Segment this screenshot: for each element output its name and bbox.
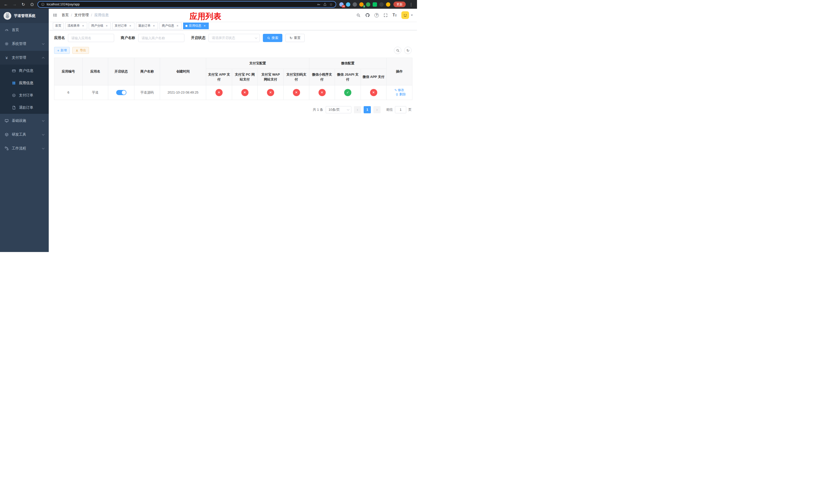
forward-icon: → bbox=[13, 2, 17, 7]
tag-refund-order[interactable]: 退款订单 × bbox=[136, 23, 158, 29]
config-status-icon: ✕ bbox=[293, 89, 300, 96]
sidebar-item-dev-tools[interactable]: 研发工具 bbox=[0, 128, 49, 141]
extension-icon[interactable] bbox=[366, 2, 370, 7]
sidebar-item-app-info[interactable]: 应用信息 bbox=[0, 77, 49, 89]
sidebar-item-payment[interactable]: ¥ 支付管理 bbox=[0, 51, 49, 65]
breadcrumb-current: 应用信息 bbox=[94, 13, 109, 18]
next-icon: › bbox=[376, 108, 377, 112]
page-size-select[interactable]: 10条/页 bbox=[326, 106, 351, 113]
sidebar-collapse-button[interactable] bbox=[53, 13, 58, 18]
fullscreen-icon bbox=[383, 13, 388, 18]
sidebar-item-merchant-info[interactable]: 商户信息 bbox=[0, 65, 49, 77]
pagination: 共 1 条 10条/页 ‹ 1 › 前往 页 bbox=[54, 106, 412, 113]
pagination-total: 共 1 条 bbox=[313, 108, 323, 112]
fullscreen-button[interactable] bbox=[383, 13, 388, 18]
breadcrumb-payment[interactable]: 支付管理 bbox=[74, 13, 89, 18]
bookmark-star-icon[interactable]: ☆ bbox=[329, 3, 333, 6]
refresh-button[interactable]: ↻ bbox=[404, 47, 412, 54]
site-info-icon[interactable] bbox=[41, 3, 45, 6]
address-bar[interactable]: localhost:1024/pay/app ☆ bbox=[38, 1, 336, 8]
header-search-button[interactable] bbox=[356, 13, 360, 18]
home-button[interactable] bbox=[29, 1, 36, 8]
caret-down-icon bbox=[411, 15, 413, 16]
search-button[interactable]: 搜索 bbox=[263, 34, 282, 42]
sidebar-item-refund-order[interactable]: 退款订单 bbox=[0, 101, 49, 114]
app-title: 芋道管理系统 bbox=[14, 14, 36, 18]
delete-link[interactable]: 删除 bbox=[395, 92, 406, 97]
toggle-search-button[interactable] bbox=[394, 47, 401, 54]
sidebar-item-workflow[interactable]: 工作流程 bbox=[0, 141, 49, 155]
chevron-up-icon bbox=[42, 57, 45, 60]
close-icon[interactable]: × bbox=[152, 24, 156, 28]
grid-icon bbox=[12, 81, 16, 85]
edit-icon: ✎ bbox=[394, 89, 397, 92]
goto-page-input[interactable] bbox=[395, 106, 406, 113]
avatar bbox=[401, 11, 409, 19]
config-status-icon: ✕ bbox=[241, 89, 248, 96]
extension-icon[interactable] bbox=[373, 2, 377, 7]
sidebar-item-infrastructure[interactable]: 基础设施 bbox=[0, 114, 49, 128]
merchant-name-label: 商户名称 bbox=[121, 36, 135, 40]
chevron-down-icon bbox=[255, 37, 258, 39]
chrome-menu-button[interactable]: ⋮ bbox=[408, 1, 414, 8]
config-status-icon: ✕ bbox=[267, 89, 274, 96]
column-header-app-name: 应用名 bbox=[83, 58, 108, 85]
close-icon[interactable]: × bbox=[81, 24, 85, 28]
font-size-button[interactable]: TT bbox=[392, 13, 397, 17]
help-button[interactable]: ? bbox=[374, 13, 379, 18]
close-icon[interactable]: × bbox=[203, 24, 206, 28]
reset-button[interactable]: ↻ 重置 bbox=[285, 34, 305, 42]
breadcrumb-home[interactable]: 首页 bbox=[62, 13, 69, 18]
extension-icon[interactable] bbox=[346, 2, 350, 7]
chrome-update-button[interactable]: 更新 bbox=[393, 2, 406, 7]
edit-link[interactable]: ✎ 修改 bbox=[394, 88, 404, 92]
home-icon bbox=[30, 2, 34, 6]
navbar-actions: ? TT bbox=[356, 11, 413, 19]
password-key-icon[interactable] bbox=[317, 3, 321, 6]
close-icon[interactable]: × bbox=[129, 24, 132, 28]
extension-icon[interactable] bbox=[353, 2, 357, 7]
status-label: 开启状态 bbox=[191, 36, 205, 40]
add-button[interactable]: + 新增 bbox=[54, 47, 70, 54]
extension-icon[interactable] bbox=[386, 2, 390, 7]
page-number-button[interactable]: 1 bbox=[364, 106, 371, 113]
sidebar-item-system[interactable]: 系统管理 bbox=[0, 37, 49, 51]
share-icon[interactable] bbox=[323, 3, 327, 6]
tag-pay-order[interactable]: 支付订单 × bbox=[112, 23, 134, 29]
next-page-button[interactable]: › bbox=[373, 106, 380, 113]
forward-button[interactable]: → bbox=[11, 1, 18, 8]
extension-badge: 10 bbox=[342, 5, 345, 8]
app-name-input[interactable] bbox=[68, 34, 114, 42]
breadcrumb-separator: / bbox=[91, 13, 92, 17]
sidebar: 芋道管理系统 首页 系统管理 ¥ 支付管理 bbox=[0, 9, 49, 252]
tag-home[interactable]: 首页 bbox=[53, 23, 64, 29]
sidebar-item-home[interactable]: 首页 bbox=[0, 23, 49, 37]
chevron-down-icon bbox=[42, 133, 45, 136]
column-header-alipay-qr: 支付宝扫码支付 bbox=[284, 69, 309, 85]
extension-icon[interactable]: 1 bbox=[359, 2, 364, 7]
reload-button[interactable]: ↻ bbox=[20, 1, 27, 8]
user-menu[interactable] bbox=[401, 11, 413, 19]
github-button[interactable] bbox=[365, 13, 370, 18]
tag-user-group[interactable]: 用户分组 × bbox=[89, 23, 111, 29]
extension-icon[interactable]: 10 bbox=[339, 2, 344, 7]
sidebar-item-pay-order[interactable]: 支付订单 bbox=[0, 89, 49, 101]
search-icon bbox=[356, 13, 360, 18]
download-icon bbox=[75, 49, 79, 52]
close-icon[interactable]: × bbox=[176, 24, 179, 28]
tag-merchant-info[interactable]: 商户信息 × bbox=[159, 23, 181, 29]
back-button[interactable]: ← bbox=[3, 1, 9, 8]
status-toggle[interactable] bbox=[116, 90, 127, 95]
merchant-name-input[interactable] bbox=[138, 34, 184, 42]
table-row: 6 芋道 芋道源码 2021-10-23 08:49:25 ✕ ✕ ✕ ✕ ✕ … bbox=[54, 85, 412, 100]
extension-icon[interactable] bbox=[379, 2, 384, 7]
close-icon[interactable]: × bbox=[105, 24, 109, 28]
tag-process-form[interactable]: 流程表单 × bbox=[65, 23, 87, 29]
app-table: 应用编号 应用名 开启状态 商户名称 创建时间 支付宝配置 微信配置 操作 支付… bbox=[54, 58, 412, 100]
export-button[interactable]: 导出 bbox=[72, 47, 89, 54]
extension-badge: 1 bbox=[363, 5, 365, 8]
prev-page-button[interactable]: ‹ bbox=[354, 106, 361, 113]
status-select[interactable]: 请选择开启状态 bbox=[208, 34, 260, 42]
tag-app-info[interactable]: 应用信息 × bbox=[183, 23, 209, 29]
cell-status bbox=[108, 85, 134, 100]
